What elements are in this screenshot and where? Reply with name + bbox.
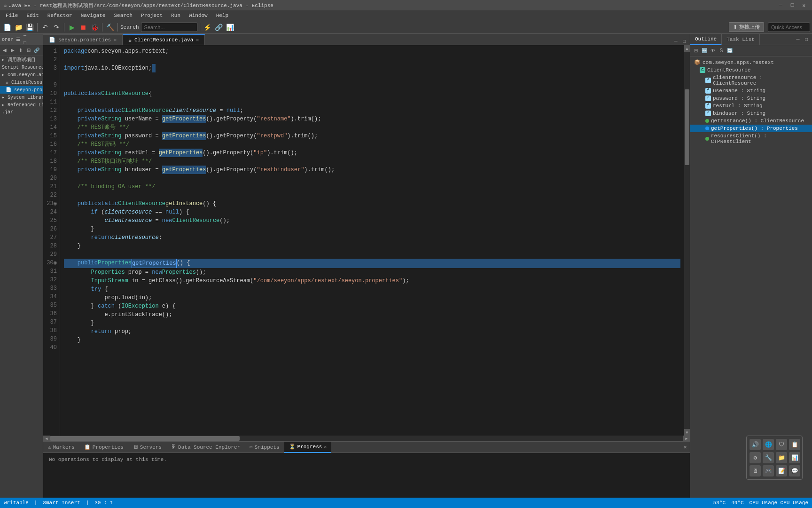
tuo-button[interactable]: ⬆ 拖拽上传 (729, 22, 764, 32)
menu-project[interactable]: Project (137, 12, 166, 19)
tray-icon-2[interactable]: 🌐 (763, 439, 774, 450)
tree-node-test[interactable]: ▸ 调用测试项目 (0, 56, 43, 64)
outline-toolbar: ⊟ 🔤 👁 S 🔄 (690, 45, 812, 56)
hscroll-thumb[interactable] (50, 436, 240, 441)
panel-forward[interactable]: ▶ (9, 47, 16, 54)
toolbar-debug[interactable]: 🐞 (89, 22, 100, 32)
toolbar-new[interactable]: 📄 (2, 22, 12, 32)
menu-edit[interactable]: Edit (23, 12, 42, 19)
tab-tasklist[interactable]: Task List (722, 34, 759, 45)
toolbar-extra3[interactable]: 📊 (225, 22, 235, 32)
editor-max-btn[interactable]: □ (680, 37, 688, 45)
scroll-track[interactable] (684, 52, 690, 429)
menu-file[interactable]: File (2, 12, 22, 19)
vertical-scrollbar[interactable]: ▲ ▼ (684, 45, 690, 436)
outline-collapse-all[interactable]: ⊟ (692, 47, 700, 55)
toolbar-build[interactable]: 🔨 (105, 22, 115, 32)
outline-sync[interactable]: 🔄 (726, 47, 734, 55)
tray-icon-1[interactable]: 🔊 (750, 439, 761, 450)
scroll-down-arrow[interactable]: ▼ (684, 429, 690, 436)
toolbar-open[interactable]: 📁 (13, 22, 23, 32)
tray-icon-6[interactable]: 🔧 (763, 452, 774, 463)
editor-min-btn[interactable]: ─ (672, 37, 679, 45)
scroll-up-arrow[interactable]: ▲ (684, 45, 690, 52)
tree-node-client[interactable]: ☕ ClientResource.java (0, 79, 43, 86)
outline-method-getinstance[interactable]: getInstance() : ClientResource (690, 117, 812, 125)
outline-root-pkg[interactable]: 📦 com.seeyon.apps.restext (690, 58, 812, 66)
tree-node-script[interactable]: Script Resources (0, 64, 43, 71)
tray-icon-4[interactable]: 📋 (789, 439, 800, 450)
tree-node-pkg[interactable]: ▸ com.seeyon.apps.rest (0, 71, 43, 79)
tree-node-syslib[interactable]: ▸ System Library [jre1.8 (0, 94, 43, 101)
tab-close-client[interactable]: ✕ (196, 37, 199, 43)
toolbar-undo[interactable]: ↶ (40, 22, 50, 32)
toolbar-extra2[interactable]: 🔗 (214, 22, 224, 32)
toolbar-stop[interactable]: ⏹ (78, 22, 88, 32)
outline-hide-fields[interactable]: 👁 (709, 47, 717, 55)
outline-max-btn[interactable]: □ (803, 36, 810, 43)
tray-icon-10[interactable]: 🎮 (763, 465, 774, 476)
outline-hide-static[interactable]: S (718, 47, 725, 55)
toolbar-save[interactable]: 💾 (24, 22, 35, 32)
menu-navigate[interactable]: Navigate (77, 12, 109, 19)
menu-help[interactable]: Help (212, 12, 232, 19)
tab-progress[interactable]: ⏳ Progress ✕ (284, 442, 332, 453)
progress-tab-close[interactable]: ✕ (324, 444, 327, 450)
menu-refactor[interactable]: Refactor (44, 12, 76, 19)
panel-link[interactable]: 🔗 (33, 47, 40, 54)
menu-search[interactable]: Search (110, 12, 136, 19)
search-input[interactable] (141, 23, 197, 32)
tray-icon-7[interactable]: 📁 (776, 452, 787, 463)
close-button[interactable]: ✕ (799, 2, 808, 8)
bottom-panel-close[interactable]: ✕ (681, 443, 690, 452)
panel-up[interactable]: ⬆ (17, 47, 24, 54)
toolbar-extra1[interactable]: ⚡ (203, 22, 213, 32)
hscroll-track[interactable] (50, 436, 683, 441)
menu-run[interactable]: Run (167, 12, 184, 19)
tab-seeyon-properties[interactable]: 📄 seeyon.properties ✕ (43, 34, 123, 45)
tab-datasource[interactable]: 🗄 Data Source Explorer (166, 442, 245, 453)
tray-icon-11[interactable]: 📝 (776, 465, 787, 476)
panel-collapse-all[interactable]: ⊟ (25, 47, 32, 54)
tray-icon-8[interactable]: 📊 (789, 452, 800, 463)
toolbar-run[interactable]: ▶ (67, 22, 77, 32)
outline-field-resturl[interactable]: f restUrl : String (690, 102, 812, 110)
tab-markers[interactable]: ⚠ Markers (43, 442, 79, 453)
maximize-button[interactable]: □ (788, 2, 797, 8)
menu-window[interactable]: Window (185, 12, 211, 19)
code-editor[interactable]: 1 2 3 9 10 11 12 13 14 15 16 17 18 19 20… (43, 45, 690, 436)
outline-field-username[interactable]: f userName : String (690, 87, 812, 95)
outline-method-resoures[interactable]: resouresClient() : CTPRestClient (690, 132, 812, 145)
panel-collapse[interactable]: — (21, 32, 29, 40)
tab-close-properties[interactable]: ✕ (114, 37, 117, 43)
quick-access-input[interactable] (768, 23, 810, 32)
tab-snippets[interactable]: ✂ Snippets (245, 442, 284, 453)
tray-icon-12[interactable]: 💬 (789, 465, 800, 476)
tray-icon-5[interactable]: ⚙ (750, 452, 761, 463)
tree-node-jar[interactable]: .jar (0, 109, 43, 116)
tray-icon-9[interactable]: 🖥 (750, 465, 761, 476)
outline-method-getproperties[interactable]: getProperties() : Properties (690, 125, 812, 132)
tree-node-reflibs[interactable]: ▸ Referenced Libraries (0, 101, 43, 109)
tab-servers[interactable]: 🖥 Servers (128, 442, 166, 453)
scroll-left-arrow[interactable]: ◀ (43, 436, 50, 441)
tab-outline[interactable]: Outline (690, 34, 722, 45)
scroll-thumb[interactable] (685, 89, 689, 165)
outline-field-clientresource[interactable]: f clientresource : ClientResource (690, 74, 812, 87)
tree-node-props[interactable]: 📄 seeyon.properties (0, 86, 43, 94)
scroll-right-arrow[interactable]: ▶ (683, 436, 690, 441)
tab-client-resource[interactable]: ☕ ClientResource.java ✕ (123, 34, 205, 45)
tab-properties[interactable]: 📋 Properties (79, 442, 128, 453)
outline-field-binduser[interactable]: f binduser : String (690, 110, 812, 117)
outline-class-label: ClientResource (707, 67, 750, 73)
code-content[interactable]: package com.seeyon.apps.restext; import … (60, 45, 684, 436)
tray-icon-3[interactable]: 🛡 (776, 439, 787, 450)
outline-min-btn[interactable]: ─ (794, 36, 802, 43)
horizontal-scrollbar[interactable]: ◀ ▶ (43, 436, 690, 441)
outline-field-password[interactable]: f password : String (690, 95, 812, 102)
toolbar-redo[interactable]: ↷ (51, 22, 62, 32)
panel-back[interactable]: ◀ (1, 47, 8, 54)
outline-sort[interactable]: 🔤 (701, 47, 708, 55)
minimize-button[interactable]: ─ (776, 2, 785, 8)
outline-class[interactable]: C ClientResource (690, 66, 812, 74)
